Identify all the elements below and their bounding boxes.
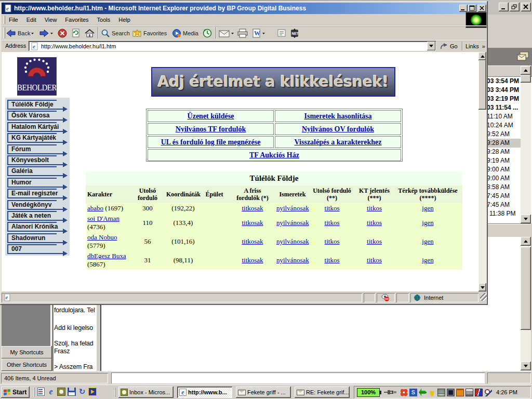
task-button[interactable]: Inbox - Micros...: [118, 387, 174, 398]
message-time[interactable]: 7:45 AM: [487, 201, 521, 209]
map-link[interactable]: igen: [422, 204, 433, 212]
preview-scrollbar[interactable]: [521, 237, 531, 370]
quick-link[interactable]: Ismeretek hasonlítása: [304, 112, 371, 121]
blue-s-icon[interactable]: [409, 389, 417, 396]
stop-button[interactable]: [57, 27, 68, 39]
message-time[interactable]: 9:52 AM: [487, 130, 521, 139]
outlook-close-button[interactable]: [521, 3, 531, 11]
message-time[interactable]: 03 2:19 PM: [487, 95, 521, 103]
message-list-scrollbar[interactable]: [521, 66, 531, 223]
taskbar-grip[interactable]: [32, 388, 35, 397]
menu-favorites[interactable]: Favorites: [61, 17, 92, 23]
monitor-icon[interactable]: [447, 389, 455, 396]
red-flower-icon[interactable]: [400, 389, 408, 396]
page-banner[interactable]: Adj értelmet a klikkelésnek!: [151, 67, 395, 97]
start-button[interactable]: Start: [1, 387, 30, 398]
print-button[interactable]: [237, 27, 248, 39]
beholder-logo[interactable]: BEHOLDER: [17, 57, 57, 96]
media-button[interactable]: Media: [172, 27, 198, 39]
lastturn-link[interactable]: titkos: [325, 219, 340, 227]
message-time[interactable]: 11:10 AM: [487, 112, 521, 121]
sidebar-link[interactable]: Játék a neten: [7, 211, 57, 221]
forward-button[interactable]: [39, 27, 54, 39]
sidebar-link[interactable]: Fórum: [7, 144, 57, 154]
address-dropdown-button[interactable]: [427, 42, 435, 50]
fresh-link[interactable]: titkosak: [242, 256, 263, 264]
lastturn-link[interactable]: titkos: [325, 256, 340, 264]
message-time[interactable]: 9:28 AM: [487, 139, 521, 148]
outlook-minimize-button[interactable]: [499, 3, 509, 11]
search-button[interactable]: Search: [101, 27, 130, 39]
message-time[interactable]: 9:19 AM: [487, 156, 521, 165]
message-time[interactable]: 8:58 AM: [487, 183, 521, 192]
menu-view[interactable]: View: [41, 17, 61, 23]
edit-button[interactable]: W: [252, 27, 266, 39]
lastturn-link[interactable]: titkos: [325, 237, 340, 245]
pc-arrow-icon[interactable]: [437, 389, 445, 396]
message-time[interactable]: 7:45 AM: [487, 192, 521, 201]
map-link[interactable]: igen: [422, 219, 433, 227]
go-button[interactable]: Go: [440, 41, 458, 51]
printer-icon[interactable]: [466, 389, 473, 396]
character-link[interactable]: oda Nobuo: [87, 233, 117, 241]
yellow-man-icon[interactable]: [428, 389, 436, 396]
battery-meter[interactable]: 100%: [357, 388, 380, 397]
kt-link[interactable]: titkos: [367, 219, 382, 227]
menu-edit[interactable]: Edit: [22, 17, 41, 23]
sidebar-link[interactable]: Ősök Városa: [7, 111, 57, 121]
quick-link[interactable]: Nyilvános OV fordulók: [302, 125, 374, 134]
message-time[interactable]: 03 3:44 PM: [487, 86, 521, 95]
message-time[interactable]: 9:00 AM: [487, 165, 521, 174]
refresh-button[interactable]: [71, 27, 81, 39]
knowledge-link[interactable]: nyilvánosak: [276, 204, 309, 212]
net-button[interactable]: NET: [289, 27, 300, 39]
kt-link[interactable]: titkos: [367, 256, 382, 264]
resize-grip[interactable]: [480, 293, 487, 301]
sidebar-link[interactable]: Könyvesbolt: [7, 155, 57, 165]
address-input[interactable]: e http://www.beholder.hu/l1.htm: [29, 41, 436, 51]
fresh-link[interactable]: titkosak: [242, 237, 263, 245]
sidebar-link[interactable]: Túlélők Földje: [7, 100, 57, 110]
discuss-button[interactable]: [277, 27, 286, 39]
red-blue-book-icon[interactable]: [475, 389, 483, 396]
task-button[interactable]: RE: Fekete grif...: [295, 387, 350, 398]
lastturn-link[interactable]: titkos: [325, 204, 340, 212]
character-link[interactable]: dbEgesz Buxa: [87, 252, 126, 260]
quick-link[interactable]: Visszalépés a karakterekhez: [295, 138, 382, 147]
ie-close-button[interactable]: [478, 5, 486, 12]
kt-link[interactable]: titkos: [367, 204, 382, 212]
map-link[interactable]: igen: [422, 237, 433, 245]
taskbar-clock[interactable]: 4:26 PM: [496, 386, 517, 398]
quick-link[interactable]: Nyilvános TF fordulók: [176, 125, 246, 134]
sidebar-link[interactable]: KG Kártyajáték: [7, 133, 57, 143]
task-button[interactable]: Fekete griff - ...: [236, 387, 291, 398]
outlook-restore-button[interactable]: [510, 3, 520, 11]
kt-link[interactable]: titkos: [367, 237, 382, 245]
knowledge-link[interactable]: nyilvánosak: [276, 256, 309, 264]
other-shortcuts-button[interactable]: Other Shortcuts: [2, 358, 52, 371]
sidebar-link[interactable]: Humor: [7, 178, 57, 188]
menu-file[interactable]: File: [5, 17, 22, 23]
ie-icon[interactable]: [47, 388, 55, 396]
taskbar-grip2[interactable]: [113, 388, 116, 397]
compose-mail-icon[interactable]: [37, 388, 45, 396]
favorites-button[interactable]: Favorites: [132, 27, 167, 39]
ie-minimize-button[interactable]: [459, 5, 468, 12]
task-button[interactable]: http://www.b...: [177, 387, 232, 398]
message-time[interactable]: 03 11:54 ...: [487, 103, 521, 112]
message-time[interactable]: 9:00 AM: [487, 174, 521, 183]
character-link[interactable]: soi D'Aman: [87, 215, 119, 222]
floppy-icon[interactable]: [68, 388, 76, 396]
mail-button[interactable]: [219, 27, 235, 39]
orange-window-icon[interactable]: [456, 389, 464, 396]
message-time[interactable]: 3 11:38 PM: [487, 209, 521, 218]
home-button[interactable]: [84, 27, 95, 39]
map-link[interactable]: igen: [422, 256, 433, 264]
quick-link[interactable]: Üzenet küldése: [188, 112, 234, 121]
sync-icon[interactable]: [78, 388, 86, 396]
sidebar-link[interactable]: Hatalom Kártyái: [7, 122, 57, 132]
history-button[interactable]: [202, 27, 212, 39]
knowledge-link[interactable]: nyilvánosak: [276, 219, 309, 227]
sidebar-link[interactable]: Alanori Krónika: [7, 222, 57, 232]
message-time[interactable]: 10:24 AM: [487, 121, 521, 130]
